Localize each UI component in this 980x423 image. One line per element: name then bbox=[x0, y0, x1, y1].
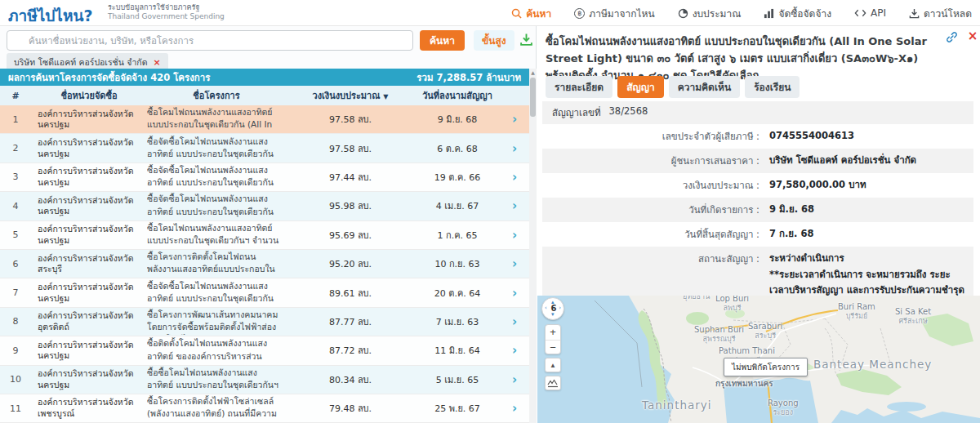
filter-chip-remove-icon[interactable]: × bbox=[153, 57, 160, 68]
bar-chart-icon bbox=[764, 8, 774, 19]
table-row[interactable]: 8 องค์การบริหารส่วนจังหวัดอุตรดิตถ์ ซื้อ… bbox=[0, 308, 529, 336]
export-download-button[interactable] bbox=[518, 33, 534, 49]
search-results-panel: ค้นหา ขั้นสูง บริษัท โซดีแอคท์ คอร์ปอเรช… bbox=[0, 26, 537, 423]
row-chevron-right-icon[interactable]: › bbox=[500, 198, 529, 213]
results-header-bar: ผลการค้นหาโครงการจัดซื้อจัดจ้าง 420 โครง… bbox=[0, 69, 529, 86]
search-input[interactable] bbox=[7, 30, 413, 51]
col-header-agency[interactable]: ชื่อหน่วยจัดซื้อ bbox=[31, 88, 147, 103]
reset-north-button[interactable]: ▲ bbox=[545, 358, 561, 372]
download-icon bbox=[909, 8, 920, 19]
main-nav: ค้นหา ฿ ภาษีมาจากไหน งบประมาณ จัดซื้อจัด… bbox=[511, 0, 972, 26]
advanced-search-button[interactable]: ขั้นสูง bbox=[474, 30, 514, 51]
table-row[interactable]: 11 องค์การบริหารส่วนจังหวัดเพชรบูรณ์ ซื้… bbox=[0, 394, 529, 423]
table-row[interactable]: 4 องค์การบริหารส่วนจังหวัดนครปฐม ซื้อจัด… bbox=[0, 192, 529, 220]
tab-details[interactable]: รายละเอียด bbox=[546, 76, 612, 98]
pie-chart-icon bbox=[678, 8, 688, 19]
tab-complaints[interactable]: ร้องเรียน bbox=[745, 76, 800, 98]
baht-coin-icon: ฿ bbox=[574, 8, 585, 19]
zoom-in-button[interactable]: + bbox=[546, 325, 560, 340]
tab-contract[interactable]: สัญญา bbox=[617, 76, 664, 98]
row-chevron-right-icon[interactable]: › bbox=[500, 401, 529, 416]
pan-left-icon[interactable]: ‹ bbox=[545, 305, 547, 311]
contract-detail-table: สัญญาเลขที่ 38/2568 เลขประจำตัวผู้เสียภา… bbox=[542, 101, 973, 318]
tab-comments[interactable]: ความคิดเห็น bbox=[669, 76, 740, 98]
table-row[interactable]: 5 องค์การบริหารส่วนจังหวัดนครปฐม ซื้อโคม… bbox=[0, 221, 529, 250]
results-rows: 1 องค์การบริหารส่วนจังหวัดนครปฐม ซื้อโคม… bbox=[0, 105, 529, 423]
detail-tabs: รายละเอียด สัญญา ความคิดเห็น ร้องเรียน bbox=[546, 76, 800, 98]
table-row[interactable]: 1 องค์การบริหารส่วนจังหวัดนครปฐม ซื้อโคม… bbox=[0, 105, 529, 134]
table-row[interactable]: 6 องค์การบริหารส่วนจังหวัดสระบุรี ซื้อโค… bbox=[0, 250, 529, 278]
sort-desc-icon: ▼ bbox=[383, 93, 388, 100]
row-chevron-right-icon[interactable]: › bbox=[500, 228, 529, 243]
table-row[interactable]: 2 องค์การบริหารส่วนจังหวัดนครปฐม ซื้อจัด… bbox=[0, 134, 529, 163]
pan-down-icon[interactable]: ▾ bbox=[551, 312, 555, 318]
map-no-coordinates-tooltip: ไม่พบพิกัดโครงการ bbox=[724, 358, 808, 376]
map-zoom-buttons: + − bbox=[545, 324, 561, 354]
contract-status-value: ระหว่างดำเนินการ bbox=[769, 252, 965, 265]
scrollbar-up-icon[interactable]: ▲ bbox=[529, 69, 537, 77]
table-row[interactable]: 10 องค์การบริหารส่วนจังหวัดนครปฐม ซื้อซื… bbox=[0, 366, 529, 394]
col-header-budget[interactable]: วงเงินงบประมาณ ▼ bbox=[286, 88, 415, 103]
contract-number-value: 38/2568 bbox=[609, 105, 648, 120]
project-location-map[interactable]: อุทัยธานี Lop Buriลพบุรี Buri Ramบุรีรัม… bbox=[537, 296, 980, 423]
filter-chip-label: บริษัท โซดีแอคท์ คอร์ปอเรชั่น จำกัด bbox=[14, 56, 147, 69]
row-chevron-right-icon[interactable]: › bbox=[500, 256, 529, 271]
nav-item-download[interactable]: ดาวน์โหลด bbox=[909, 6, 972, 21]
terrain-toggle-button[interactable] bbox=[545, 376, 561, 390]
copy-link-icon[interactable] bbox=[944, 31, 959, 46]
nav-item-budget[interactable]: งบประมาณ bbox=[678, 6, 742, 21]
table-row[interactable]: 9 องค์การบริหารส่วนจังหวัดนครปฐม ซื้อติด… bbox=[0, 336, 529, 365]
contract-number-label: สัญญาเลขที่ bbox=[552, 105, 601, 120]
nav-item-search[interactable]: ค้นหา bbox=[511, 6, 551, 21]
col-header-project[interactable]: ชื่อโครงการ bbox=[147, 88, 286, 103]
field-transaction-date: วันที่เกิดรายการ 9 มิ.ย. 68 bbox=[542, 198, 973, 222]
field-contract-end-date: วันที่สิ้นสุดสัญญา 7 ก.ย. 68 bbox=[542, 222, 973, 247]
row-chevron-right-icon[interactable]: › bbox=[500, 372, 529, 387]
row-chevron-right-icon[interactable]: › bbox=[500, 170, 529, 185]
search-button[interactable]: ค้นหา bbox=[420, 30, 465, 51]
close-panel-icon[interactable]: × bbox=[965, 29, 980, 43]
top-header: ภาษีไปไหน? ระบบข้อมูลการใช้จ่ายภาครัฐ Th… bbox=[0, 0, 980, 26]
pan-right-icon[interactable]: › bbox=[559, 305, 561, 311]
scrollbar-thumb[interactable] bbox=[530, 78, 536, 117]
app-subtitle-th: ระบบข้อมูลการใช้จ่ายภาครัฐ bbox=[108, 3, 225, 12]
nav-item-procurement[interactable]: จัดซื้อจัดจ้าง bbox=[764, 6, 831, 21]
results-count-title: ผลการค้นหาโครงการจัดซื้อจัดจ้าง 420 โครง… bbox=[8, 70, 210, 85]
col-header-date[interactable]: วันที่ลงนามสัญญา bbox=[415, 88, 500, 103]
nav-item-tax-origin[interactable]: ฿ ภาษีมาจากไหน bbox=[574, 6, 654, 21]
row-chevron-right-icon[interactable]: › bbox=[500, 112, 529, 127]
zoom-out-button[interactable]: − bbox=[546, 340, 560, 354]
results-table-header: # ชื่อหน่วยจัดซื้อ ชื่อโครงการ วงเงินงบป… bbox=[0, 86, 529, 105]
contract-number-row: สัญญาเลขที่ 38/2568 bbox=[542, 101, 973, 124]
row-chevron-right-icon[interactable]: › bbox=[500, 343, 529, 358]
pan-up-icon[interactable]: ▴ bbox=[551, 300, 555, 305]
field-taxpayer-id: เลขประจำตัวผู้เสียภาษี 0745554004613 bbox=[542, 124, 973, 149]
search-icon bbox=[511, 8, 522, 19]
app-subtitle: ระบบข้อมูลการใช้จ่ายภาครัฐ Thailand Gove… bbox=[108, 3, 225, 22]
nav-item-api[interactable]: API bbox=[854, 7, 886, 19]
app-subtitle-en: Thailand Government Spending bbox=[108, 12, 225, 21]
code-icon bbox=[854, 8, 866, 18]
map-pan-zoom-control[interactable]: 6 ▴ ▾ ‹ › bbox=[541, 297, 564, 320]
table-row[interactable]: 3 องค์การบริหารส่วนจังหวัดนครปฐม ซื้อจัด… bbox=[0, 163, 529, 192]
table-row[interactable]: 7 องค์การบริหารส่วนจังหวัดนครปฐม ซื้อจัด… bbox=[0, 278, 529, 307]
row-chevron-right-icon[interactable]: › bbox=[500, 141, 529, 156]
app-logo[interactable]: ภาษีไปไหน? bbox=[8, 3, 92, 28]
row-chevron-right-icon[interactable]: › bbox=[500, 286, 529, 301]
row-chevron-right-icon[interactable]: › bbox=[500, 314, 529, 329]
col-header-no: # bbox=[0, 91, 31, 101]
results-total-amount: รวม 7,288.57 ล้านบาท bbox=[416, 70, 521, 85]
project-detail-panel: ซื้อโคมไฟถนนพลังงานแสงอาทิตย์ แบบประกอบใ… bbox=[537, 26, 980, 423]
field-budget: วงเงินงบประมาณ 97,580,000.00 บาท bbox=[542, 173, 973, 198]
results-scrollbar[interactable]: ▲ bbox=[529, 69, 537, 423]
field-winner: ผู้ชนะการเสนอราคา บริษัท โซดีแอคท์ คอร์ป… bbox=[542, 149, 973, 173]
